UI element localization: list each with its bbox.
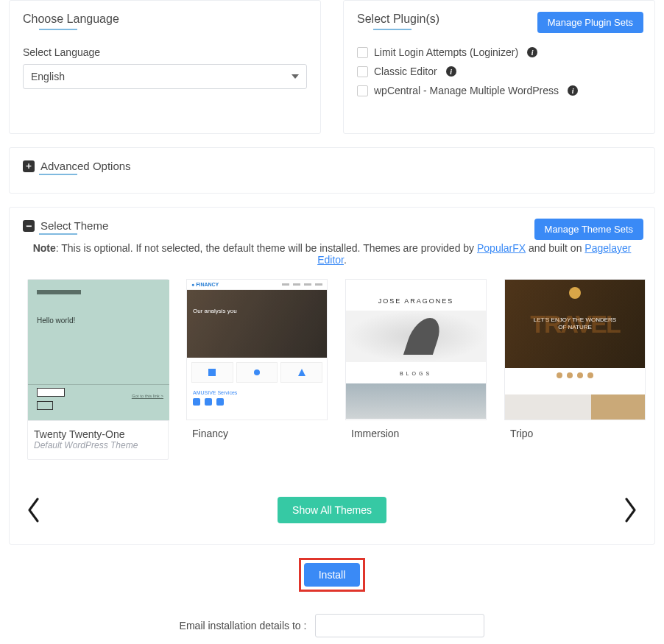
theme-nav-row: Show All Themes [23,497,641,523]
plus-icon: ＋ [23,160,35,172]
minus-icon: − [23,220,35,232]
theme-name: Financy [186,428,328,439]
choose-language-panel: Choose Language Select Language English [9,0,321,134]
theme-card-twenty-twenty-one[interactable]: Hello world! Got to this link > Twenty T… [27,279,169,460]
plugin-checkbox-wpcentral[interactable] [357,85,368,96]
install-section: Install [0,558,664,592]
info-icon[interactable]: i [527,47,537,57]
choose-language-title: Choose Language [23,13,307,26]
theme-name: Twenty Twenty-One [28,428,168,440]
next-themes-button[interactable] [622,498,638,523]
theme-thumbnail: ● FINANCY Our analysis you AMUSIVE Servi… [186,279,328,420]
theme-thumbnail: JOSE ARAGONES BLOGS [345,279,487,420]
theme-name: Immersion [345,428,487,439]
select-theme-title: Select Theme [40,219,108,232]
install-button[interactable]: Install [304,563,361,587]
email-row: Email installation details to : [0,614,664,637]
plugin-checkbox-classic-editor[interactable] [357,66,368,77]
plugin-checkbox-loginizer[interactable] [357,47,368,58]
theme-name: Tripo [504,428,646,439]
svg-point-1 [254,369,260,375]
advanced-options-panel: ＋ Advanced Options [9,147,655,194]
theme-card-financy[interactable]: ● FINANCY Our analysis you AMUSIVE Servi… [186,279,328,460]
theme-note: Note: This is optional. If not selected,… [23,242,641,266]
plugin-label: Limit Login Attempts (Loginizer) [374,46,518,58]
plugin-label: wpCentral - Manage Multiple WordPress [374,85,559,96]
theme-card-tripo[interactable]: TRAVEL LET'S ENJOY THE WONDERSOF NATURE … [504,279,646,460]
manage-plugin-sets-button[interactable]: Manage Plugin Sets [537,12,643,33]
plugin-checkbox-row: Limit Login Attempts (Loginizer) i [357,46,641,58]
theme-subtitle: Default WordPress Theme [28,440,168,459]
email-input[interactable] [315,614,484,637]
plugin-checkbox-row: wpCentral - Manage Multiple WordPress i [357,85,641,96]
advanced-options-title: Advanced Options [40,160,131,172]
svg-rect-0 [208,369,216,376]
advanced-options-toggle[interactable]: ＋ Advanced Options [23,160,641,172]
plugin-checkbox-row: Classic Editor i [357,66,641,77]
select-plugins-panel: Select Plugin(s) Manage Plugin Sets Limi… [343,0,655,134]
popularfx-link[interactable]: PopularFX [477,242,526,254]
install-highlight-box: Install [299,558,366,592]
plugin-label: Classic Editor [374,66,437,77]
theme-grid: Hello world! Got to this link > Twenty T… [23,279,641,460]
show-all-themes-button[interactable]: Show All Themes [278,497,386,523]
manage-theme-sets-button[interactable]: Manage Theme Sets [534,219,643,240]
theme-thumbnail: TRAVEL LET'S ENJOY THE WONDERSOF NATURE [504,279,646,420]
prev-themes-button[interactable] [26,498,42,523]
email-label: Email installation details to : [180,620,307,631]
select-theme-panel: − Select Theme Manage Theme Sets Note: T… [9,207,655,545]
theme-card-immersion[interactable]: JOSE ARAGONES BLOGS Immersion [345,279,487,460]
select-language-label: Select Language [23,46,307,58]
language-select[interactable]: English [23,64,307,89]
info-icon[interactable]: i [446,66,456,77]
info-icon[interactable]: i [568,85,578,96]
theme-thumbnail: Hello world! Got to this link > [28,280,169,421]
